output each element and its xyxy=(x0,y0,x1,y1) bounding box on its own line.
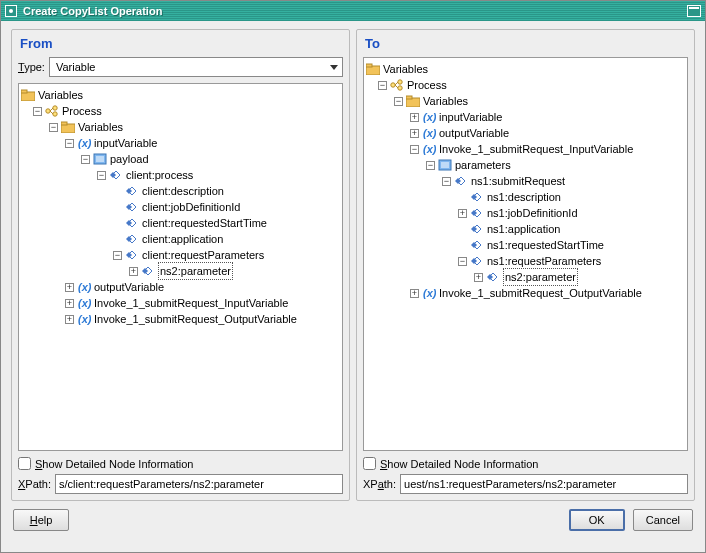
collapse-icon[interactable]: − xyxy=(81,155,90,164)
ok-button[interactable]: OK xyxy=(569,509,625,531)
tree-item-ns1-reqstarttime[interactable]: ns1:requestedStartTime xyxy=(366,237,685,253)
element-icon xyxy=(470,254,484,268)
collapse-icon[interactable]: − xyxy=(442,177,451,186)
svg-text:(x): (x) xyxy=(423,287,436,299)
tree-item-client-reqparams[interactable]: − client:requestParameters xyxy=(21,247,340,263)
dialog-body: From Type: Variable Variables − Pr xyxy=(1,21,705,505)
tree-item-ns2parameter-from[interactable]: + ns2:parameter xyxy=(21,263,340,279)
tree-item-client-reqstarttime[interactable]: client:requestedStartTime xyxy=(21,215,340,231)
to-panel: To Variables − Process − Variables + xyxy=(356,29,695,501)
expand-icon[interactable]: + xyxy=(65,315,74,324)
tree-item-ns1-description[interactable]: ns1:description xyxy=(366,189,685,205)
tree-item-client-jobdefid[interactable]: client:jobDefinitionId xyxy=(21,199,340,215)
tree-item-invoke-output-to[interactable]: + (x) Invoke_1_submitRequest_OutputVaria… xyxy=(366,285,685,301)
element-icon xyxy=(125,232,139,246)
from-show-detail-row: Show Detailed Node Information xyxy=(18,451,343,474)
from-xpath-label: XPath: xyxy=(18,478,51,490)
titlebar[interactable]: Create CopyList Operation xyxy=(1,1,705,21)
chevron-down-icon xyxy=(330,65,338,70)
to-tree[interactable]: Variables − Process − Variables + (x) in… xyxy=(363,57,688,451)
collapse-icon[interactable]: − xyxy=(113,251,122,260)
tree-item-ns1-reqparams[interactable]: − ns1:requestParameters xyxy=(366,253,685,269)
svg-point-2 xyxy=(46,109,50,113)
tree-item-client-application[interactable]: client:application xyxy=(21,231,340,247)
maximize-icon[interactable] xyxy=(687,5,701,17)
tree-item-invoke-output-from[interactable]: + (x) Invoke_1_submitRequest_OutputVaria… xyxy=(21,311,340,327)
svg-line-6 xyxy=(50,111,53,114)
expand-icon[interactable]: + xyxy=(410,289,419,298)
type-row: Type: Variable xyxy=(18,57,343,77)
tree-item-inputvariable[interactable]: − (x) inputVariable xyxy=(21,135,340,151)
payload-icon xyxy=(438,158,452,172)
element-icon xyxy=(125,216,139,230)
tree-item-outputvar-to[interactable]: + (x) outputVariable xyxy=(366,125,685,141)
help-button[interactable]: Help xyxy=(13,509,69,531)
expand-icon[interactable]: + xyxy=(410,129,419,138)
tree-item-process-to[interactable]: − Process xyxy=(366,77,685,93)
tree-item-variables-root-to[interactable]: Variables xyxy=(366,61,685,77)
collapse-icon[interactable]: − xyxy=(65,139,74,148)
dialog-buttons: Help OK Cancel xyxy=(1,505,705,539)
folder-icon xyxy=(366,62,380,76)
tree-item-process[interactable]: − Process xyxy=(21,103,340,119)
svg-text:(x): (x) xyxy=(423,143,436,155)
tree-item-parameters[interactable]: − parameters xyxy=(366,157,685,173)
collapse-icon[interactable]: − xyxy=(97,171,106,180)
element-icon xyxy=(470,190,484,204)
tree-item-variables[interactable]: − Variables xyxy=(21,119,340,135)
to-xpath-label: XPath: xyxy=(363,478,396,490)
expand-icon[interactable]: + xyxy=(65,283,74,292)
svg-rect-1 xyxy=(21,90,27,93)
tree-item-variables-to[interactable]: − Variables xyxy=(366,93,685,109)
tree-item-outputvariable[interactable]: + (x) outputVariable xyxy=(21,279,340,295)
svg-text:(x): (x) xyxy=(78,313,91,325)
collapse-icon[interactable]: − xyxy=(49,123,58,132)
to-xpath-row: XPath: xyxy=(363,474,688,494)
process-icon xyxy=(390,78,404,92)
from-panel: From Type: Variable Variables − Pr xyxy=(11,29,350,501)
variable-icon: (x) xyxy=(77,312,91,326)
type-value: Variable xyxy=(56,61,96,73)
collapse-icon[interactable]: − xyxy=(410,145,419,154)
collapse-icon[interactable]: − xyxy=(394,97,403,106)
tree-item-invoke-input-to[interactable]: − (x) Invoke_1_submitRequest_InputVariab… xyxy=(366,141,685,157)
svg-text:(x): (x) xyxy=(423,111,436,123)
expand-icon[interactable]: + xyxy=(410,113,419,122)
expand-icon[interactable]: + xyxy=(474,273,483,282)
tree-item-client-process[interactable]: − client:process xyxy=(21,167,340,183)
expand-icon[interactable]: + xyxy=(458,209,467,218)
tree-item-payload[interactable]: − payload xyxy=(21,151,340,167)
element-icon xyxy=(470,206,484,220)
tree-item-invoke-input-from[interactable]: + (x) Invoke_1_submitRequest_InputVariab… xyxy=(21,295,340,311)
tree-item-ns1-jobdefid[interactable]: + ns1:jobDefinitionId xyxy=(366,205,685,221)
folder-icon xyxy=(406,94,420,108)
element-icon xyxy=(454,174,468,188)
expand-icon[interactable]: + xyxy=(65,299,74,308)
collapse-icon[interactable]: − xyxy=(426,161,435,170)
svg-point-3 xyxy=(53,106,57,110)
cancel-button[interactable]: Cancel xyxy=(633,509,693,531)
tree-item-ns1-application[interactable]: ns1:application xyxy=(366,221,685,237)
tree-item-client-description[interactable]: client:description xyxy=(21,183,340,199)
variable-icon: (x) xyxy=(422,142,436,156)
from-show-detail-checkbox[interactable] xyxy=(18,457,31,470)
from-tree[interactable]: Variables − Process − Variables − (x) xyxy=(18,83,343,451)
system-menu-icon[interactable] xyxy=(5,5,17,17)
svg-line-37 xyxy=(395,85,398,88)
to-xpath-input[interactable] xyxy=(400,474,688,494)
collapse-icon[interactable]: − xyxy=(458,257,467,266)
from-xpath-row: XPath: xyxy=(18,474,343,494)
expand-icon[interactable]: + xyxy=(129,267,138,276)
collapse-icon[interactable]: − xyxy=(378,81,387,90)
tree-item-inputvar-to[interactable]: + (x) inputVariable xyxy=(366,109,685,125)
tree-item-ns1-submitrequest[interactable]: − ns1:submitRequest xyxy=(366,173,685,189)
tree-item-ns2parameter-to[interactable]: + ns2:parameter xyxy=(366,269,685,285)
type-dropdown[interactable]: Variable xyxy=(49,57,343,77)
svg-rect-39 xyxy=(406,96,412,99)
from-xpath-input[interactable] xyxy=(55,474,343,494)
collapse-icon[interactable]: − xyxy=(33,107,42,116)
to-show-detail-checkbox[interactable] xyxy=(363,457,376,470)
element-icon xyxy=(125,200,139,214)
dialog-window: Create CopyList Operation From Type: Var… xyxy=(0,0,706,553)
tree-item-variables-root[interactable]: Variables xyxy=(21,87,340,103)
